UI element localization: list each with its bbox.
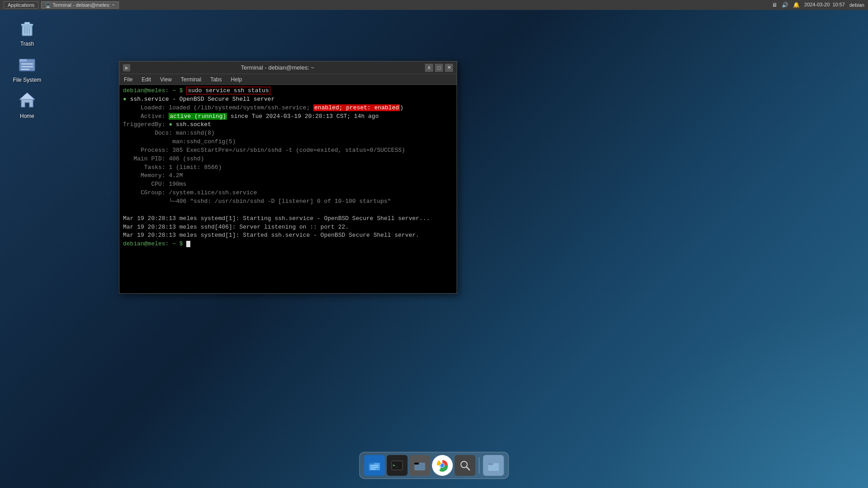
active-app-button[interactable]: 🖥️ Terminal - debian@meles: ~ bbox=[41, 1, 118, 9]
close-button[interactable]: ✕ bbox=[445, 64, 453, 72]
blank-line bbox=[123, 206, 453, 215]
system-tray: 🖥 🔊 🔔 2024-03-20 10:57 debian bbox=[772, 2, 864, 8]
minimize-button[interactable]: ∧ bbox=[425, 64, 433, 72]
svg-rect-14 bbox=[369, 463, 374, 465]
home-icon[interactable]: Home bbox=[9, 89, 45, 119]
maximize-button[interactable]: □ bbox=[435, 64, 443, 72]
trash-icon[interactable]: Trash bbox=[9, 17, 45, 47]
cursor bbox=[186, 241, 190, 247]
svg-line-27 bbox=[467, 467, 470, 470]
log-line-3: Mar 19 20:28:13 meles systemd[1]: Starte… bbox=[123, 231, 453, 240]
svg-rect-8 bbox=[21, 63, 33, 65]
dock-search-icon bbox=[460, 460, 471, 471]
svg-rect-16 bbox=[371, 467, 379, 468]
filesystem-label: File System bbox=[13, 77, 42, 83]
menu-edit[interactable]: Edit bbox=[137, 74, 156, 84]
menu-view[interactable]: View bbox=[156, 74, 176, 84]
terminal-window-icon: ▶ bbox=[123, 64, 130, 71]
svg-rect-21 bbox=[415, 463, 419, 465]
menu-help[interactable]: Help bbox=[226, 74, 247, 84]
taskbar-top-left: Applications 🖥️ Terminal - debian@meles:… bbox=[4, 1, 119, 9]
svg-rect-9 bbox=[21, 66, 33, 67]
bg-accent bbox=[597, 307, 868, 488]
memory-line: Memory: 4.2M bbox=[123, 172, 453, 180]
dock-chrome-icon bbox=[436, 459, 449, 472]
username-label: debian bbox=[849, 2, 864, 8]
trash-svg bbox=[18, 19, 37, 38]
pid-line: Main PID: 406 (sshd) bbox=[123, 155, 453, 164]
dock-item-folder[interactable] bbox=[483, 455, 504, 476]
docs-line2: man:sshd_config(5) bbox=[123, 138, 453, 146]
audio-icon: 🔊 bbox=[782, 2, 788, 8]
terminal-content[interactable]: debian@meles: ~ $ sudo service ssh statu… bbox=[119, 85, 457, 293]
dock-item-search[interactable] bbox=[455, 455, 476, 476]
dock-files-icon bbox=[368, 459, 381, 472]
log-line-2: Mar 19 20:28:13 meles sshd[406]: Server … bbox=[123, 223, 453, 232]
trash-label: Trash bbox=[20, 41, 34, 47]
process-line: Process: 385 ExecStartPre=/usr/sbin/sshd… bbox=[123, 146, 453, 155]
active-badge: active (running) bbox=[169, 113, 227, 120]
filesystem-svg bbox=[18, 55, 37, 74]
svg-rect-10 bbox=[21, 69, 29, 70]
dock-item-filemgr[interactable] bbox=[410, 455, 430, 476]
terminal-title: Terminal - debian@meles: ~ bbox=[133, 64, 422, 71]
network-icon: 🖥 bbox=[772, 2, 777, 8]
dock: ▶_ bbox=[359, 452, 509, 479]
terminal-menubar: File Edit View Terminal Tabs Help bbox=[119, 74, 457, 85]
menu-tabs[interactable]: Tabs bbox=[206, 74, 226, 84]
clock: 2024-03-20 10:57 bbox=[804, 2, 845, 8]
svg-rect-29 bbox=[488, 463, 493, 465]
taskbar-top: Applications 🖥️ Terminal - debian@meles:… bbox=[0, 0, 868, 10]
dock-filemgr-icon bbox=[414, 459, 426, 472]
service-name-line: ● ssh.service - OpenBSD Secure Shell ser… bbox=[123, 95, 453, 104]
docs-line1: Docs: man:sshd(8) bbox=[123, 129, 453, 138]
log-line-1: Mar 19 20:28:13 meles systemd[1]: Starti… bbox=[123, 215, 453, 223]
dock-divider bbox=[479, 457, 480, 474]
dock-item-chrome[interactable] bbox=[432, 455, 453, 476]
dock-item-files-blue[interactable] bbox=[364, 455, 385, 476]
svg-rect-15 bbox=[371, 465, 379, 466]
menu-terminal[interactable]: Terminal bbox=[176, 74, 206, 84]
window-controls: ∧ □ ✕ bbox=[425, 64, 453, 72]
dock-item-terminal[interactable]: ▶_ bbox=[387, 455, 408, 476]
terminal-titlebar: ▶ Terminal - debian@meles: ~ ∧ □ ✕ bbox=[119, 61, 457, 74]
home-label: Home bbox=[20, 113, 34, 119]
cgroup-child-line: └─406 "sshd: /usr/sbin/sshd -D [listener… bbox=[123, 197, 453, 206]
svg-marker-12 bbox=[19, 93, 35, 99]
home-svg bbox=[18, 91, 37, 110]
cgroup-line: CGroup: /system.slice/ssh.service bbox=[123, 189, 453, 197]
command-line: debian@meles: ~ $ sudo service ssh statu… bbox=[123, 87, 453, 95]
dock-folder-icon bbox=[487, 459, 500, 472]
terminal-window: ▶ Terminal - debian@meles: ~ ∧ □ ✕ File … bbox=[119, 61, 457, 294]
new-prompt-line: debian@meles: ~ $ bbox=[123, 240, 453, 249]
active-line: Active: active (running) since Tue 2024-… bbox=[123, 113, 453, 121]
filesystem-icon[interactable]: File System bbox=[9, 53, 45, 83]
enabled-badge: enabled; preset: enabled bbox=[313, 104, 400, 111]
loaded-line: Loaded: loaded (/lib/systemd/system/ssh.… bbox=[123, 104, 453, 113]
command-highlight: sudo service ssh status bbox=[186, 87, 270, 94]
menu-file[interactable]: File bbox=[119, 74, 137, 84]
cpu-line: CPU: 190ms bbox=[123, 180, 453, 189]
svg-rect-2 bbox=[24, 22, 30, 24]
svg-rect-7 bbox=[19, 59, 27, 61]
applications-menu[interactable]: Applications bbox=[4, 1, 38, 9]
svg-text:▶_: ▶_ bbox=[393, 463, 398, 467]
svg-rect-17 bbox=[371, 469, 376, 469]
svg-point-25 bbox=[441, 464, 444, 467]
tasks-line: Tasks: 1 (limit: 8566) bbox=[123, 164, 453, 172]
notification-icon: 🔔 bbox=[793, 2, 800, 8]
dock-terminal-icon: ▶_ bbox=[391, 459, 404, 472]
triggered-line: TriggeredBy: ● ssh.socket bbox=[123, 121, 453, 129]
